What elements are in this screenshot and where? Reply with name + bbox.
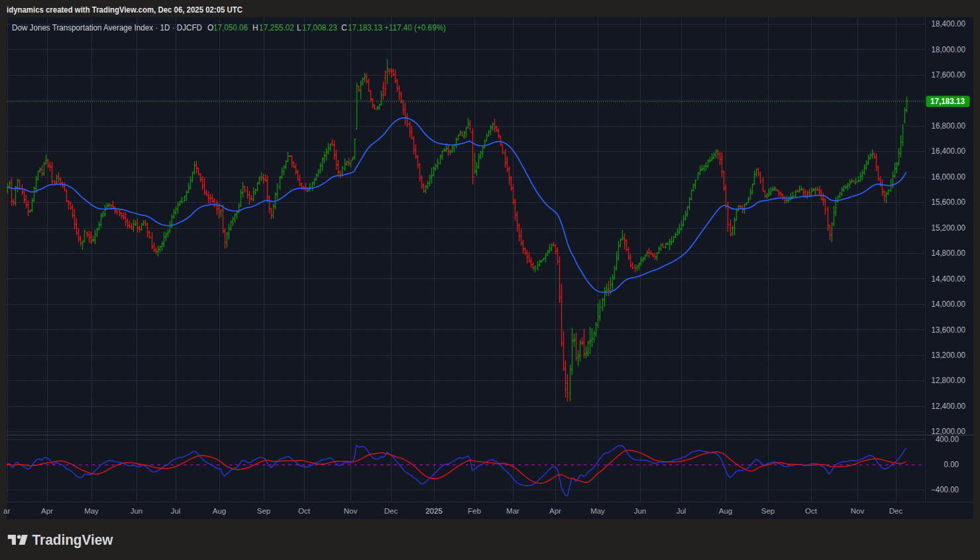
- svg-text:12,800.00: 12,800.00: [932, 376, 966, 385]
- svg-text:Jul: Jul: [677, 507, 686, 515]
- svg-text:16,400.00: 16,400.00: [932, 146, 966, 156]
- svg-text:Mar: Mar: [506, 507, 519, 515]
- svg-text:18,400.00: 18,400.00: [932, 19, 966, 28]
- svg-text:17,050.06: 17,050.06: [213, 23, 248, 32]
- svg-text:18,000.00: 18,000.00: [932, 45, 966, 54]
- svg-text:16,800.00: 16,800.00: [932, 121, 966, 131]
- svg-text:ar: ar: [3, 507, 10, 515]
- svg-text:H: H: [252, 23, 258, 32]
- svg-text:−400.00: −400.00: [931, 485, 959, 494]
- svg-text:May: May: [590, 507, 605, 515]
- svg-text:Dow Jones Transportation Avera: Dow Jones Transportation Average Index ·…: [12, 23, 202, 32]
- svg-text:Nov: Nov: [344, 507, 358, 515]
- svg-text:Feb: Feb: [468, 507, 481, 515]
- svg-text:idynamics created with Trading: idynamics created with TradingView.com, …: [7, 5, 243, 15]
- svg-text:Apr: Apr: [549, 507, 561, 515]
- svg-text:Jul: Jul: [171, 507, 181, 515]
- svg-text:+117.40 (+0.69%): +117.40 (+0.69%): [384, 23, 446, 32]
- svg-text:Oct: Oct: [805, 507, 818, 515]
- svg-text:17,600.00: 17,600.00: [932, 70, 966, 80]
- svg-text:17,183.13: 17,183.13: [348, 23, 382, 32]
- svg-text:14,800.00: 14,800.00: [932, 249, 966, 258]
- svg-text:Dec: Dec: [889, 507, 903, 515]
- svg-text:Sep: Sep: [257, 507, 270, 515]
- svg-text:15,200.00: 15,200.00: [932, 223, 966, 233]
- svg-text:17,255.02: 17,255.02: [259, 23, 294, 32]
- svg-text:O: O: [207, 23, 213, 32]
- svg-text:400.00: 400.00: [936, 435, 959, 444]
- svg-text:14,000.00: 14,000.00: [932, 300, 966, 309]
- svg-text:Jun: Jun: [131, 507, 143, 515]
- svg-text:Aug: Aug: [213, 507, 226, 515]
- svg-text:13,600.00: 13,600.00: [932, 325, 966, 335]
- svg-text:TradingView: TradingView: [32, 532, 113, 548]
- svg-text:Aug: Aug: [719, 507, 732, 515]
- svg-text:Jun: Jun: [634, 507, 647, 515]
- svg-text:May: May: [84, 507, 99, 515]
- svg-text:17,183.13: 17,183.13: [930, 97, 965, 106]
- svg-text:0.00: 0.00: [944, 460, 959, 469]
- svg-text:17,008.23: 17,008.23: [302, 23, 337, 32]
- svg-text:L: L: [297, 23, 301, 32]
- svg-text:C: C: [341, 23, 347, 32]
- svg-text:Oct: Oct: [298, 507, 311, 515]
- svg-text:Nov: Nov: [851, 507, 865, 515]
- svg-text:15,600.00: 15,600.00: [932, 197, 966, 207]
- svg-text:Apr: Apr: [41, 507, 53, 515]
- svg-text:14,400.00: 14,400.00: [932, 274, 966, 284]
- svg-text:Dec: Dec: [384, 507, 398, 515]
- svg-text:12,400.00: 12,400.00: [932, 402, 966, 411]
- svg-text:2025: 2025: [425, 507, 443, 515]
- svg-text:Sep: Sep: [761, 507, 775, 515]
- svg-text:16,000.00: 16,000.00: [932, 172, 966, 182]
- svg-text:13,200.00: 13,200.00: [932, 351, 966, 360]
